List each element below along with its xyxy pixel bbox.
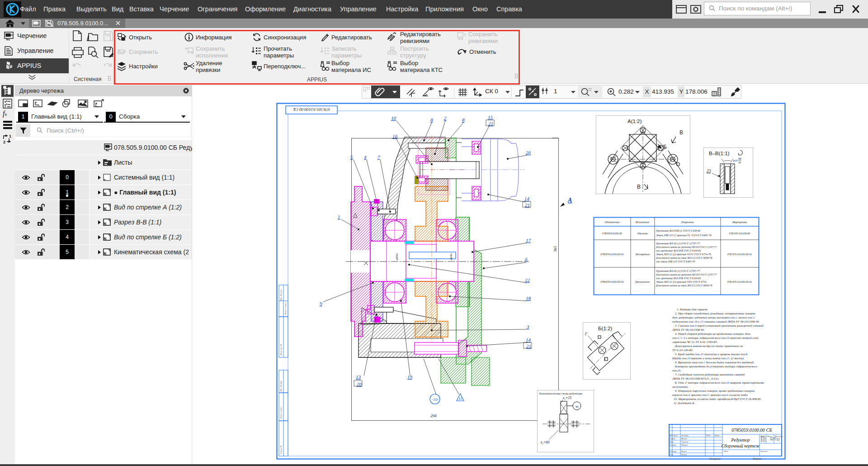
svg-text:Б: Б bbox=[663, 144, 667, 150]
svg-text:1: 1 bbox=[9, 134, 11, 138]
svg-text:Лит.: Лит. bbox=[760, 435, 764, 437]
svg-text:-10-: -10- bbox=[432, 397, 439, 402]
svg-text:Эмаль МЛ-12 (2) красная VI.У1: Эмаль МЛ-12 (2) красная VI.У1 ГОСТ 9754-… bbox=[656, 252, 712, 256]
svg-text:или грунтовку ФЛ-03К ГОСТ 9109: или грунтовку ФЛ-03К ГОСТ 9109-81 bbox=[656, 276, 701, 280]
svg-text:Взам. инв. №: Взам. инв. № bbox=[280, 344, 282, 355]
svg-text:или грунтовку ФЛ-03К ГОСТ 9109: или грунтовку ФЛ-03К ГОСТ 9109-81 bbox=[656, 249, 701, 252]
svg-text:Обозначение: Обозначение bbox=[604, 220, 620, 223]
svg-text:7. Свободные полости редуктора: 7. Свободные полости редуктора заполнить… bbox=[675, 373, 745, 376]
svg-text:Грунтовка ВЛ-02 (1) ГОСТ 12707: Грунтовка ВЛ-02 (1) ГОСТ 12707-77 bbox=[656, 242, 700, 245]
svg-text:⌀80k6: ⌀80k6 bbox=[450, 253, 453, 260]
svg-text:078.505.9.0100.00-02: 078.505.9.0100.00-02 bbox=[727, 280, 752, 283]
svg-text:5271: 5271 bbox=[770, 437, 777, 441]
svg-text:4: 4 bbox=[364, 154, 367, 160]
svg-text:Б(1:2): Б(1:2) bbox=[598, 326, 612, 331]
svg-text:0785059.0100.00-01: 0785059.0100.00-01 bbox=[600, 252, 624, 256]
svg-text:8. Отв. Г мотора гидравлическо: 8. Отв. Г мотора гидравлического поз.26 … bbox=[675, 381, 764, 384]
svg-text:11: 11 bbox=[777, 437, 780, 442]
svg-text:3: 3 bbox=[526, 324, 529, 329]
svg-text:20: 20 bbox=[357, 381, 362, 387]
svg-text:21: 21 bbox=[526, 343, 531, 349]
svg-text:или эмаль ПФ-115 ГОСТ 6465-76: или эмаль ПФ-115 ГОСТ 6465-76 bbox=[656, 260, 695, 263]
svg-text:А: А bbox=[567, 197, 572, 204]
svg-text:13: 13 bbox=[356, 374, 361, 380]
svg-text:Котов: Котов bbox=[681, 450, 687, 452]
svg-text:15: 15 bbox=[488, 114, 493, 120]
svg-text:1. Размеры для справок.: 1. Размеры для справок. bbox=[677, 308, 708, 311]
svg-text:2. При сборке посадочные, резь: 2. При сборке посадочные, резьбовые, нео… bbox=[675, 312, 756, 315]
svg-text:17: 17 bbox=[526, 238, 531, 243]
svg-text:Кинематическая схема редуктора: Кинематическая схема редуктора bbox=[539, 392, 582, 395]
svg-text:поз.4, 5, 6 и мотора гидравлич: поз.4, 5, 6 и мотора гидравлического поз… bbox=[672, 336, 759, 339]
svg-text:⌀85k6: ⌀85k6 bbox=[396, 253, 398, 260]
svg-text:21: 21 bbox=[525, 202, 530, 208]
svg-text:дет. редуктора, зубчатые венцы: дет. редуктора, зубчатые венцы шестерни … bbox=[672, 316, 755, 319]
svg-text:Инв. № подл.: Инв. № подл. bbox=[280, 289, 282, 301]
svg-text:Копировал: Копировал bbox=[709, 457, 721, 460]
svg-text:Н.контр.: Н.контр. bbox=[669, 450, 677, 452]
svg-text:10. Маркировать согласно табл: 10. Маркировать согласно табл. шрифтом 8… bbox=[674, 397, 761, 400]
svg-text:Дата: Дата bbox=[714, 434, 719, 437]
svg-text:Грунтовка ВЛ-02 (1) ГОСТ 12707: Грунтовка ВЛ-02 (1) ГОСТ 12707-77 bbox=[656, 269, 700, 273]
svg-text:герметика ЧГ-11 ТУ 6-01-1309-8: герметика ЧГ-11 ТУ 6-01-1309-85. bbox=[672, 340, 718, 343]
svg-text:z₁=15: z₁=15 bbox=[562, 396, 571, 400]
svg-text:23: 23 bbox=[707, 169, 711, 173]
svg-text:18: 18 bbox=[526, 295, 531, 301]
svg-text:Т.контр.: Т.контр. bbox=[670, 444, 676, 446]
svg-text:№ докум.: № докум. bbox=[681, 434, 689, 437]
svg-text:Масштаб: Масштаб bbox=[774, 435, 783, 437]
svg-text:4. Перед сборкой редуктора на: 4. Перед сборкой редуктора на приболтные… bbox=[675, 332, 751, 335]
svg-text:Смирнов: Смирнов bbox=[681, 441, 689, 443]
svg-text:21: 21 bbox=[488, 121, 493, 126]
svg-text:Эмаль ПФ-115 (1 красная VI. У1: Эмаль ПФ-115 (1 красная VI. У1ГОСТ 6465-… bbox=[656, 233, 712, 237]
svg-text:10: 10 bbox=[391, 115, 396, 121]
svg-text:⌀10: ⌀10 bbox=[733, 159, 737, 162]
svg-text:Петров: Петров bbox=[681, 444, 688, 446]
svg-text:6: 6 bbox=[525, 257, 528, 262]
svg-text:Инв. № дубл.: Инв. № дубл. bbox=[280, 380, 282, 392]
svg-text:2: 2 bbox=[444, 115, 447, 121]
svg-text:u8: u8 bbox=[738, 161, 741, 164]
svg-text:Тропическое: Тропическое bbox=[635, 280, 650, 283]
svg-text:Листов 1: Листов 1 bbox=[760, 450, 768, 452]
svg-text:5. Край шайбы поз.10 отогнуть: 5. Край шайбы поз.10 отогнуть в прорезь … bbox=[675, 352, 748, 356]
svg-text:В: В bbox=[679, 129, 683, 136]
svg-text:поз.26.: поз.26. bbox=[672, 369, 681, 372]
svg-text:Допускается замена на эмаль МЛ: Допускается замена на эмаль МЛ-152 ГОСТ … bbox=[656, 284, 712, 287]
svg-text:5: 5 bbox=[350, 154, 353, 160]
svg-text:заглушками.: заглушками. bbox=[672, 385, 689, 388]
svg-text:11. Клеймить К.: 11. Клеймить К. bbox=[674, 401, 695, 404]
svg-text:Иванов: Иванов bbox=[681, 437, 687, 440]
svg-text:3. Сапуник поз.9 перед установ: 3. Сапуник поз.9 перед установкой пропит… bbox=[675, 324, 764, 327]
svg-text:2: 2 bbox=[3, 140, 5, 144]
svg-text:16: 16 bbox=[392, 133, 398, 139]
svg-text:Разраб.: Разраб. bbox=[669, 437, 675, 440]
svg-text:Масса: Масса bbox=[767, 435, 772, 437]
svg-text:6. Вращение вала поз.1 должно: 6. Вращение вала поз.1 должно быть плавн… bbox=[675, 361, 755, 364]
svg-text:Лист: Лист bbox=[723, 450, 728, 452]
svg-text:подшипники поз.18 и 19 смазать: подшипники поз.18 и 19 смазать смазкой Л… bbox=[672, 320, 760, 323]
svg-text:11: 11 bbox=[458, 396, 462, 401]
svg-text:Допускается замена на другие т: Допускается замена на другие типы гермет… bbox=[675, 344, 743, 347]
svg-text:Контроль производить до устано: Контроль производить до установки мотора… bbox=[675, 365, 758, 368]
svg-text:Допускается замена на эмаль МЛ: Допускается замена на эмаль МЛ-152 ГОСТ … bbox=[656, 257, 712, 259]
svg-text:Г: Г bbox=[585, 332, 588, 336]
svg-text:14: 14 bbox=[524, 196, 530, 201]
svg-text:Формат: Формат bbox=[753, 457, 762, 460]
svg-text:1: 1 bbox=[338, 214, 340, 219]
svg-text:294: 294 bbox=[430, 414, 437, 418]
svg-text:26: 26 bbox=[526, 150, 531, 155]
svg-text:Изм Лист: Изм Лист bbox=[669, 434, 678, 437]
svg-text:А(1:2): А(1:2) bbox=[627, 119, 642, 124]
svg-text:Редуктор: Редуктор bbox=[731, 437, 750, 442]
svg-text:365: 365 bbox=[553, 246, 557, 252]
svg-text:14: 14 bbox=[526, 337, 531, 342]
svg-text:078.505.9.0100.00-01: 078.505.9.0100.00-01 bbox=[727, 252, 752, 256]
svg-text:22: 22 bbox=[525, 277, 530, 283]
svg-text:7: 7 bbox=[377, 154, 380, 160]
svg-text:Грунтовка ФЛ-03К (1 ГОСТ 9.109: Грунтовка ФЛ-03К (1 ГОСТ 9.109-81 bbox=[656, 229, 701, 233]
svg-text:ЛИТА ТУ 38.1011308-90 0,3...: ЛИТА ТУ 38.1011308-90 0,3... 0,4 кг. bbox=[672, 377, 720, 380]
svg-text:Сборочный чертеж: Сборочный чертеж bbox=[721, 443, 760, 448]
svg-text:Маркировка: Маркировка bbox=[732, 220, 747, 223]
svg-text:Утв.: Утв. bbox=[670, 453, 674, 456]
